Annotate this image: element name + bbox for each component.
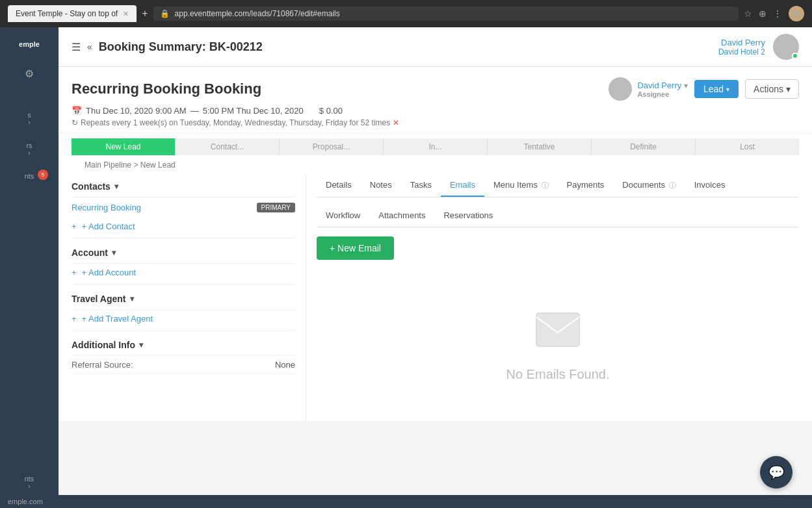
add-contact-label: + Add Contact [79, 222, 135, 231]
add-contact-plus: + [72, 222, 77, 231]
pipeline-bar: New Lead Contact... Proposal... In... Te… [72, 138, 799, 155]
sidebar-item-settings[interactable]: ⚙ [0, 61, 59, 86]
pipeline-step-in[interactable]: In... [384, 138, 488, 155]
lead-caret-icon: ▾ [726, 86, 729, 93]
booking-date: 📅 Thu Dec 10, 2020 9:00 AM — 5:00 PM Thu… [72, 106, 304, 116]
active-tab[interactable]: Event Temple - Stay on top of ✕ [8, 5, 137, 22]
booking-title-text: Recurring Booking Booking [72, 81, 261, 97]
sidebar-item-nav1[interactable]: s › [0, 105, 59, 133]
booking-title-row: Recurring Booking Booking David Perry ▾ … [72, 77, 799, 101]
referral-source-value: None [275, 360, 295, 370]
sidebar-item-nav3[interactable]: nts 5 [0, 166, 59, 186]
add-account-link[interactable]: + + Add Account [72, 264, 295, 281]
header-user-name: David Perry [718, 38, 765, 47]
two-column-layout: Contacts ▾ Recurring Booking PRIMARY + +… [59, 175, 812, 421]
add-account-label: + Add Account [79, 268, 136, 277]
add-contact-link[interactable]: + + Add Contact [72, 218, 295, 235]
booking-meta: 📅 Thu Dec 10, 2020 9:00 AM — 5:00 PM Thu… [72, 106, 799, 116]
divider-1 [72, 238, 295, 238]
no-emails-text: No Emails Found. [506, 367, 610, 382]
booking-header: Recurring Booking Booking David Perry ▾ … [59, 67, 812, 133]
add-travel-agent-link[interactable]: + + Add Travel Agent [72, 310, 295, 327]
sidebar-brand: emple [14, 35, 45, 53]
tab-attachments[interactable]: Attachments [369, 205, 434, 227]
actions-caret-icon: ▾ [786, 84, 791, 94]
tab-reservations[interactable]: Reservations [434, 205, 502, 227]
nav3-label: nts [25, 172, 34, 180]
pipeline-step-new-lead[interactable]: New Lead [72, 138, 176, 155]
travel-agent-section-header[interactable]: Travel Agent ▾ [72, 287, 295, 310]
contacts-label: Contacts [72, 181, 111, 192]
extension-icon[interactable]: ⊕ [759, 8, 766, 19]
pipeline-step-lost[interactable]: Lost [696, 138, 799, 155]
booking-repeat: ↻ Repeats every 1 week(s) on Tuesday, Mo… [72, 118, 799, 127]
chevron-right-icon: › [28, 119, 30, 126]
booking-title-actions: David Perry ▾ Assignee Lead ▾ Actions [609, 77, 799, 101]
bookmark-icon[interactable]: ☆ [744, 8, 752, 19]
gear-icon: ⚙ [25, 68, 34, 80]
pipeline-step-definite[interactable]: Definite [592, 138, 696, 155]
bottom-bar: emple.com [0, 495, 812, 504]
back-arrows-icon[interactable]: « [87, 42, 92, 52]
header-right: David Perry David Hotel 2 [718, 34, 799, 60]
svg-rect-0 [536, 313, 579, 346]
sidebar-item-nav2[interactable]: rs › [0, 135, 59, 163]
no-emails-state: No Emails Found. [317, 273, 799, 421]
primary-badge: PRIMARY [257, 203, 295, 212]
chat-button[interactable]: 💬 [760, 456, 792, 489]
sidebar: emple ⚙ s › rs › nts 5 nts › [0, 27, 59, 504]
chevron-right-icon-2: › [28, 149, 30, 157]
chevron-right-icon-3: › [28, 483, 30, 490]
tab-details[interactable]: Details [317, 175, 361, 197]
tab-documents[interactable]: Documents ⓘ [613, 175, 685, 197]
repeat-remove-icon[interactable]: ✕ [393, 118, 399, 127]
additional-info-caret-icon: ▾ [139, 340, 143, 349]
header-hotel-name: David Hotel 2 [718, 47, 765, 57]
new-email-button[interactable]: + New Email [317, 236, 394, 260]
assignee-dropdown-icon[interactable]: ▾ [684, 81, 688, 90]
add-travel-agent-label: + Add Travel Agent [79, 314, 153, 324]
tab-tasks[interactable]: Tasks [401, 175, 441, 197]
tab-close-icon[interactable]: ✕ [123, 10, 129, 18]
account-label: Account [72, 248, 108, 258]
account-caret-icon: ▾ [112, 248, 116, 257]
assignee-info: David Perry ▾ Assignee [637, 81, 688, 98]
lead-button[interactable]: Lead ▾ [694, 80, 739, 98]
sidebar-item-bottom[interactable]: nts › [0, 468, 59, 496]
hamburger-icon[interactable]: ☰ [72, 41, 81, 53]
tab-invoices[interactable]: Invoices [685, 175, 735, 197]
contacts-caret-icon: ▾ [114, 182, 118, 191]
pipeline-step-contact[interactable]: Contact... [176, 138, 280, 155]
pipeline-step-proposal[interactable]: Proposal... [280, 138, 384, 155]
header-left: ☰ « Booking Summary: BK-00212 [72, 40, 263, 54]
right-column: Details Notes Tasks Emails Menu Items [306, 175, 799, 421]
travel-agent-caret-icon: ▾ [130, 294, 134, 303]
actions-button[interactable]: Actions ▾ [745, 79, 799, 99]
nav2-label: rs [26, 142, 32, 149]
tab-payments[interactable]: Payments [558, 175, 614, 197]
browser-actions: ☆ ⊕ ⋮ Et [744, 6, 804, 21]
contacts-section-header[interactable]: Contacts ▾ [72, 175, 295, 197]
booking-amount: $ 0.00 [319, 106, 343, 116]
contact-name[interactable]: Recurring Booking [72, 203, 141, 212]
additional-info-section-header[interactable]: Additional Info ▾ [72, 333, 295, 356]
settings-icon[interactable]: ⋮ [773, 8, 782, 19]
pipeline-step-tentative[interactable]: Tentative [488, 138, 592, 155]
account-section-header[interactable]: Account ▾ [72, 241, 295, 264]
divider-2 [72, 284, 295, 285]
main-content: ☰ « Booking Summary: BK-00212 David Perr… [59, 27, 812, 504]
browser-avatar: Et [789, 6, 804, 21]
tab-workflow[interactable]: Workflow [317, 205, 369, 227]
tab-notes[interactable]: Notes [361, 175, 401, 197]
nav1-label: s [27, 111, 31, 119]
divider-3 [72, 330, 295, 331]
new-tab-button[interactable]: + [142, 8, 148, 19]
tab-title: Event Temple - Stay on top of [16, 9, 118, 18]
pipeline-container: New Lead Contact... Proposal... In... Te… [59, 133, 812, 172]
tab-emails[interactable]: Emails [441, 175, 484, 197]
left-column: Contacts ▾ Recurring Booking PRIMARY + +… [72, 175, 306, 421]
address-bar[interactable]: 🔒 app.eventtemple.com/leads/710867/edit#… [153, 6, 739, 21]
assignee-name: David Perry ▾ [637, 81, 688, 90]
header-bar: ☰ « Booking Summary: BK-00212 David Perr… [59, 27, 812, 67]
tab-menu-items[interactable]: Menu Items ⓘ [484, 175, 558, 197]
